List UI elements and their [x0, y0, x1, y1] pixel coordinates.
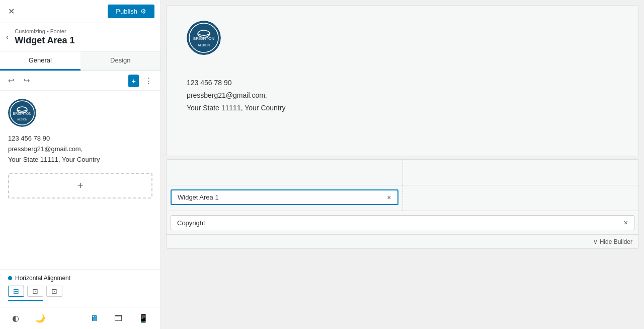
- main-content: BRIGHTON ALBION 123 456 78 90 pressberg2…: [161, 0, 644, 329]
- redo-button[interactable]: ↪: [21, 74, 33, 87]
- copyright-chip: Copyright ×: [171, 215, 634, 230]
- breadcrumb-nav: Customizing • Footer: [15, 28, 74, 34]
- add-widget-toolbar-button[interactable]: +: [128, 75, 139, 87]
- footer-cell-widget-area: Widget Area 1 ×: [167, 185, 403, 211]
- footer-row-copyright: Copyright ×: [167, 211, 638, 235]
- tablet-view-button[interactable]: 🗖: [110, 312, 126, 325]
- left-panel: ✕ Publish ⚙ ‹ Customizing • Footer Widge…: [0, 0, 161, 329]
- email-text: pressberg21@gmail.com,: [8, 144, 152, 155]
- close-button[interactable]: ✕: [6, 5, 17, 18]
- page-title: Widget Area 1: [15, 35, 74, 46]
- align-indicator: [8, 300, 43, 301]
- align-tablet-button[interactable]: ⊡: [27, 286, 43, 297]
- tab-general[interactable]: General: [0, 51, 80, 71]
- breadcrumb-text: Customizing • Footer Widget Area 1: [15, 28, 74, 46]
- align-desktop-button[interactable]: ⊟: [8, 286, 24, 297]
- publish-button[interactable]: Publish ⚙: [108, 5, 154, 18]
- alignment-options: ⊟ ⊡ ⊡: [8, 286, 152, 297]
- desktop-view-button[interactable]: 🖥: [86, 312, 102, 325]
- gear-icon: ⚙: [140, 8, 146, 15]
- svg-text:ALBION: ALBION: [198, 43, 210, 47]
- phone-text: 123 456 78 90: [8, 134, 152, 144]
- footer-cell-1: [167, 160, 403, 185]
- top-bar: ✕ Publish ⚙: [0, 0, 160, 23]
- footer-builder: Widget Area 1 × Copyright × ∨ Hide Build…: [166, 159, 639, 249]
- widget-area-1-close[interactable]: ×: [387, 194, 391, 201]
- address-text: Your State 11111, Your Country: [8, 155, 152, 165]
- dark-mode-button[interactable]: 🌙: [31, 311, 49, 325]
- chevron-down-icon: ∨: [593, 238, 598, 245]
- tabs-bar: General Design: [0, 51, 160, 71]
- align-mobile-button[interactable]: ⊡: [46, 286, 62, 297]
- preview-phone: 123 456 78 90: [187, 77, 618, 89]
- widget-area-1-chip: Widget Area 1 ×: [171, 189, 398, 205]
- svg-text:BRIGHTON: BRIGHTON: [13, 112, 32, 115]
- panel-logo: BRIGHTON ALBION: [8, 99, 36, 127]
- add-widget-button[interactable]: +: [8, 173, 152, 199]
- footer-row-empty: [167, 160, 638, 185]
- footer-copyright-container: Copyright ×: [171, 215, 634, 230]
- alignment-label-text: Horizontal Alignment: [15, 275, 70, 282]
- preview-card: BRIGHTON ALBION 123 456 78 90 pressberg2…: [166, 5, 639, 156]
- more-options-button[interactable]: ⋮: [142, 74, 155, 87]
- footer-cell-2: [403, 160, 639, 185]
- undo-button[interactable]: ↩: [5, 74, 18, 87]
- footer-cell-empty-2: [403, 185, 639, 211]
- preview-logo: BRIGHTON ALBION: [187, 21, 221, 55]
- hide-builder-label: Hide Builder: [600, 238, 632, 245]
- widget-area-1-label: Widget Area 1: [178, 193, 219, 201]
- back-button[interactable]: ‹: [0, 29, 15, 46]
- publish-label: Publish: [116, 8, 137, 15]
- footer-row-widgets: Widget Area 1 ×: [167, 185, 638, 211]
- copyright-label: Copyright: [177, 219, 205, 227]
- bottom-bar: ◐ 🌙 🖥 🗖 📱: [0, 307, 160, 329]
- hide-builder-button[interactable]: ∨ Hide Builder: [593, 238, 632, 245]
- hide-builder-bar: ∨ Hide Builder: [167, 235, 638, 248]
- preview-contact: 123 456 78 90 pressberg21@gmail.com, You…: [187, 77, 618, 115]
- tab-design[interactable]: Design: [80, 51, 161, 71]
- mobile-view-button[interactable]: 📱: [134, 311, 152, 325]
- preview-email: pressberg21@gmail.com,: [187, 89, 618, 102]
- preview-address: Your State 11111, Your Country: [187, 102, 618, 114]
- preview-button[interactable]: ◐: [8, 311, 23, 325]
- toolbar-row: ↩ ↪ + ⋮: [0, 71, 160, 91]
- svg-text:ALBION: ALBION: [17, 118, 27, 121]
- copyright-close[interactable]: ×: [624, 219, 628, 227]
- alignment-dot: [8, 276, 12, 280]
- contact-info: 123 456 78 90 pressberg21@gmail.com, You…: [8, 134, 152, 165]
- alignment-section: Horizontal Alignment ⊟ ⊡ ⊡: [0, 269, 160, 306]
- breadcrumb-section: ‹ Customizing • Footer Widget Area 1: [0, 23, 160, 51]
